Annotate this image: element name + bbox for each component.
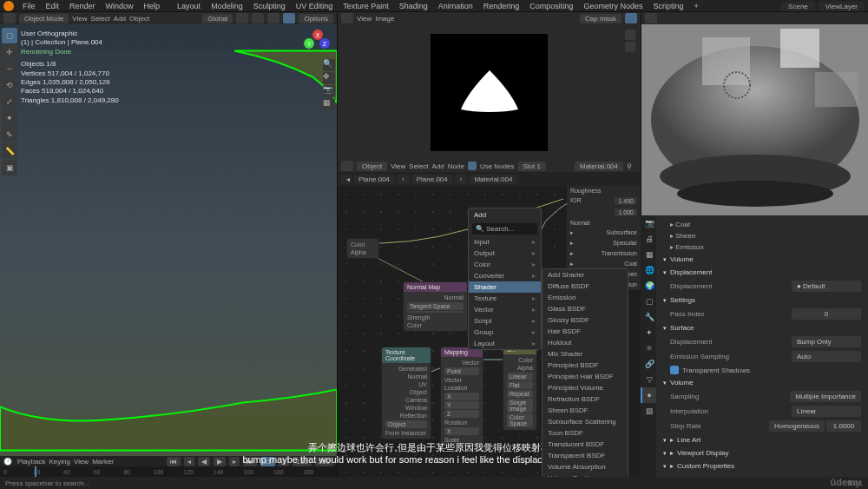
timeline-view[interactable]: View bbox=[74, 458, 89, 466]
snap-icon[interactable] bbox=[236, 13, 248, 23]
section-custom[interactable]: ▸ Custom Properties bbox=[660, 459, 865, 472]
timeline-type-icon[interactable]: 🕐 bbox=[3, 458, 14, 466]
node-menu-node[interactable]: Node bbox=[448, 162, 464, 170]
use-nodes-checkbox[interactable] bbox=[468, 162, 477, 170]
prop-emission2[interactable]: Emission bbox=[675, 243, 703, 251]
shader-toon[interactable]: Toon BSDF bbox=[542, 427, 628, 439]
side-val2[interactable]: 1.000 bbox=[615, 208, 637, 216]
menu-window[interactable]: Window bbox=[101, 2, 139, 10]
add-item-layout[interactable]: Layout▸ bbox=[469, 338, 541, 349]
zoom-icon[interactable]: 🔍 bbox=[323, 59, 335, 71]
timeline-marker[interactable]: Marker bbox=[92, 458, 114, 466]
check-instancer[interactable]: From Instancer bbox=[385, 430, 426, 436]
ref-type-icon[interactable] bbox=[645, 13, 657, 23]
play-reverse-icon[interactable]: ◀ bbox=[198, 457, 210, 466]
tab-texture[interactable]: ▨ bbox=[641, 403, 656, 419]
img-shading-icon[interactable] bbox=[625, 13, 637, 23]
breadcrumb-obj[interactable]: Plane.004 bbox=[353, 175, 395, 184]
add-item-input[interactable]: Input▸ bbox=[469, 236, 541, 248]
vp-menu-object[interactable]: Object bbox=[129, 15, 149, 23]
workspace-geonodes[interactable]: Geometry Nodes bbox=[578, 2, 648, 10]
section-lineart[interactable]: ▸ Line Art bbox=[660, 433, 865, 446]
timeline-track[interactable]: 0 20 40 60 80 100 120 140 160 180 200 bbox=[0, 466, 337, 477]
tab-output[interactable]: 🖨 bbox=[641, 231, 656, 247]
node-menu-select[interactable]: Select bbox=[409, 162, 428, 170]
breadcrumb-back-icon[interactable]: ◂ bbox=[341, 175, 352, 184]
play-start-icon[interactable]: ⏮ bbox=[167, 457, 181, 466]
disp-value[interactable]: ● Default bbox=[792, 281, 861, 292]
node-image-texture[interactable]: MEAN—S... Color Alpha Linear Flat Repeat… bbox=[503, 338, 537, 431]
vol-step-value[interactable]: 1.0000 bbox=[826, 420, 861, 432]
workspace-modeling[interactable]: Modeling bbox=[206, 2, 248, 10]
tab-constraint[interactable]: 🔗 bbox=[641, 356, 656, 372]
options-dropdown[interactable]: Options bbox=[299, 14, 333, 23]
image-canvas[interactable] bbox=[338, 24, 641, 160]
field-tangent-space[interactable]: Tangent Space bbox=[407, 302, 464, 310]
shader-transparent[interactable]: Transparent BSDF bbox=[542, 450, 628, 461]
workspace-add[interactable]: + bbox=[688, 2, 703, 10]
add-item-vector[interactable]: Vector▸ bbox=[469, 304, 541, 315]
menu-edit[interactable]: Edit bbox=[41, 2, 65, 10]
node-tex-coord[interactable]: Texture Coordinate Generated Normal UV O… bbox=[381, 347, 431, 439]
surf-emis-value[interactable]: Auto bbox=[792, 351, 861, 362]
shader-principled[interactable]: Principled BSDF bbox=[542, 360, 628, 371]
node-canvas[interactable]: Color Alpha Normal Map Normal Tangent Sp… bbox=[338, 186, 641, 477]
tab-viewlayer[interactable]: ▦ bbox=[641, 247, 656, 262]
workspace-shading[interactable]: Shading bbox=[394, 2, 433, 10]
passindex-value[interactable]: 0 bbox=[792, 308, 861, 320]
shader-refraction[interactable]: Refraction BSDF bbox=[542, 393, 628, 405]
shader-sss[interactable]: Subsurface Scattering bbox=[542, 416, 628, 427]
section-settings[interactable]: Settings bbox=[660, 294, 865, 307]
loc-z[interactable]: Z bbox=[444, 410, 479, 418]
add-item-script[interactable]: Script▸ bbox=[469, 315, 541, 327]
tool-measure[interactable]: 📏 bbox=[2, 143, 17, 159]
loc-x[interactable]: X bbox=[444, 393, 479, 400]
xray-icon[interactable] bbox=[267, 13, 279, 23]
vol-homog[interactable]: Homogeneous bbox=[769, 420, 825, 432]
tab-particle[interactable]: ✦ bbox=[641, 325, 656, 340]
breadcrumb-mat[interactable]: Material.004 bbox=[469, 175, 517, 184]
node-color[interactable]: Color Alpha bbox=[346, 238, 379, 259]
pin-icon[interactable]: ⚲ bbox=[627, 162, 637, 170]
section-viewport[interactable]: ▸ Viewport Display bbox=[660, 446, 865, 459]
node-menu-add[interactable]: Add bbox=[432, 162, 444, 170]
shader-volabsorb[interactable]: Volume Absorption bbox=[542, 461, 628, 472]
shader-principledhair[interactable]: Principled Hair BSDF bbox=[542, 371, 628, 382]
prop-sheen[interactable]: Sheen bbox=[675, 232, 695, 240]
field-single[interactable]: Single Image bbox=[507, 399, 533, 413]
tool-cursor[interactable]: ✛ bbox=[2, 44, 17, 60]
loc-y[interactable]: Y bbox=[444, 401, 479, 409]
tool-transform[interactable]: ✦ bbox=[2, 110, 17, 126]
workspace-texpaint[interactable]: Texture Paint bbox=[338, 2, 394, 10]
add-item-texture[interactable]: Texture▸ bbox=[469, 293, 541, 304]
field-object[interactable]: Object bbox=[385, 420, 427, 428]
add-item-color[interactable]: Color▸ bbox=[469, 259, 541, 270]
add-item-shader[interactable]: Shader▸ bbox=[469, 281, 541, 293]
slot-dropdown[interactable]: Slot 1 bbox=[518, 162, 546, 171]
node-normal-map[interactable]: Normal Map Normal Tangent Space Strength… bbox=[403, 281, 468, 332]
image-editor[interactable]: View Image Cap mask bbox=[338, 12, 641, 160]
timeline-keying[interactable]: Keying bbox=[49, 458, 69, 466]
shader-emission[interactable]: Emission bbox=[542, 292, 628, 303]
mode-dropdown[interactable]: Object Mode bbox=[19, 14, 69, 23]
shading-rendered-icon[interactable] bbox=[283, 13, 295, 23]
side-ior-val[interactable]: 1.450 bbox=[615, 197, 637, 205]
transparent-shadows-check[interactable]: Transparent Shadows bbox=[660, 364, 865, 376]
workspace-animation[interactable]: Animation bbox=[433, 2, 478, 10]
timeline-playback[interactable]: Playback bbox=[17, 458, 45, 466]
menu-render[interactable]: Render bbox=[64, 2, 101, 10]
material-dropdown[interactable]: Material.004 bbox=[575, 162, 623, 171]
workspace-rendering[interactable]: Rendering bbox=[478, 2, 525, 10]
section-volume[interactable]: Volume bbox=[660, 253, 865, 266]
tab-mesh[interactable]: ▽ bbox=[641, 372, 656, 387]
tool-annotate[interactable]: ✎ bbox=[2, 127, 17, 142]
overlays-icon[interactable] bbox=[252, 13, 264, 23]
editor-type-icon[interactable] bbox=[3, 13, 16, 23]
node-editor[interactable]: Object View Select Add Node Use Nodes Sl… bbox=[338, 160, 641, 477]
field-uvmap[interactable] bbox=[407, 311, 464, 313]
vp-menu-add[interactable]: Add bbox=[114, 15, 126, 23]
playhead[interactable] bbox=[35, 466, 36, 477]
transform-orient[interactable]: Global bbox=[202, 14, 233, 23]
menu-file[interactable]: File bbox=[17, 2, 41, 10]
node-mapping[interactable]: Mapping Vector Point Vector Location X Y… bbox=[440, 347, 483, 446]
